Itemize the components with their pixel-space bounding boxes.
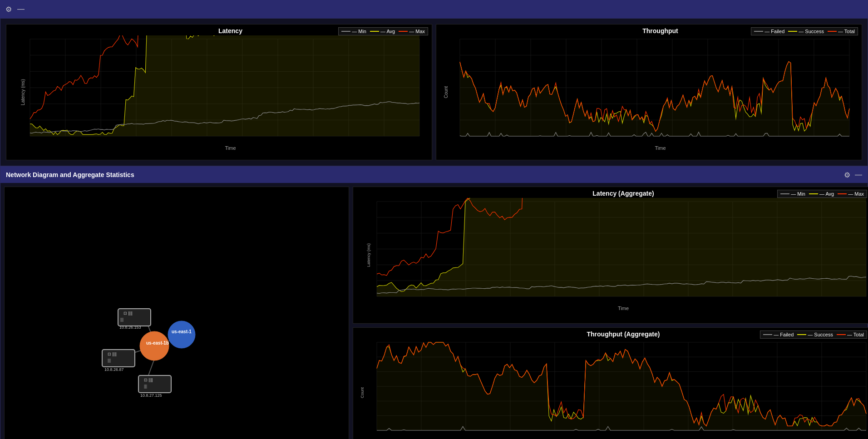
tp-agg-legend-success: — Success (797, 332, 833, 337)
lat-agg-y-label: Latency (ms) (366, 243, 371, 267)
throughput-x-label: Time (459, 144, 862, 152)
lat-agg-legend-max: — Max (838, 191, 864, 197)
tp-agg-y-label: Count (360, 387, 365, 398)
latency-legend-min-label: — Min (352, 29, 366, 34)
svg-text:10.8.26.87: 10.8.26.87 (104, 367, 124, 372)
throughput-y-label: Count (444, 86, 449, 99)
latency-legend-min: — Min (341, 29, 366, 34)
latency-aggregate-container: Latency (Aggregate) — Min — Avg — Max (353, 187, 868, 324)
svg-text:|||: ||| (108, 358, 111, 363)
lat-agg-legend-min-label: — Min (791, 191, 805, 197)
lat-agg-legend-max-label: — Max (848, 191, 864, 197)
svg-text:⊡ ||||: ⊡ |||| (144, 378, 153, 382)
svg-point-18 (168, 321, 195, 348)
top-charts-row: Latency — Min — Avg — Max Latency (ms) T… (0, 19, 868, 166)
network-section-header: Network Diagram and Aggregate Statistics… (0, 167, 868, 183)
throughput-legend-failed-label: — Failed (764, 29, 784, 34)
network-section: Network Diagram and Aggregate Statistics… (0, 166, 868, 439)
minimize-icon[interactable]: — (17, 5, 25, 13)
throughput-aggregate-container: Throughput (Aggregate) — Failed — Succes… (353, 327, 868, 439)
tp-agg-legend-success-label: — Success (808, 332, 833, 337)
throughput-legend-failed: — Failed (754, 29, 784, 34)
svg-text:us-east-1b: us-east-1b (146, 340, 169, 345)
network-section-controls: ⚙ — (844, 171, 862, 179)
throughput-canvas (459, 35, 854, 144)
network-diagram: ⊡ |||| ||| 10.8.26.153 ⊡ |||| ||| 10.8.2… (4, 187, 349, 439)
tp-agg-legend-failed-label: — Failed (774, 332, 794, 337)
svg-text:⊡ ||||: ⊡ |||| (123, 311, 133, 316)
latency-legend-max: — Max (399, 29, 425, 34)
top-charts-section: Latency — Min — Avg — Max Latency (ms) T… (0, 18, 868, 166)
throughput-chart-container: Throughput — Failed — Success — Total Co… (436, 24, 862, 160)
latency-legend-max-label: — Max (409, 29, 425, 34)
throughput-legend-total: — Total (828, 29, 855, 34)
lat-agg-legend-avg-label: — Avg (819, 191, 834, 197)
lat-agg-x-label: Time (376, 305, 868, 312)
latency-agg-legend: — Min — Avg — Max (777, 190, 867, 198)
latency-x-label: Time (29, 144, 432, 152)
throughput-legend-success: — Success (788, 29, 824, 34)
svg-text:⊡ ||||: ⊡ |||| (108, 352, 117, 356)
throughput-legend-total-label: — Total (838, 29, 855, 34)
throughput-agg-canvas (376, 339, 868, 439)
throughput-legend: — Failed — Success — Total (751, 27, 858, 35)
aggregate-charts: Latency (Aggregate) — Min — Avg — Max (353, 187, 868, 439)
svg-text:us-east-1: us-east-1 (172, 329, 192, 334)
throughput-legend-success-label: — Success (799, 29, 824, 34)
network-minimize-icon[interactable]: — (855, 171, 862, 179)
svg-text:10.8.27.125: 10.8.27.125 (140, 393, 162, 398)
svg-point-16 (140, 331, 169, 360)
lat-agg-legend-avg: — Avg (809, 191, 834, 197)
svg-rect-12 (138, 375, 171, 393)
svg-rect-8 (102, 350, 135, 367)
network-section-title: Network Diagram and Aggregate Statistics (6, 171, 134, 178)
throughput-agg-legend: — Failed — Success — Total (760, 330, 867, 339)
lat-agg-legend-min: — Min (780, 191, 805, 197)
svg-text:|||: ||| (144, 384, 147, 389)
network-svg: ⊡ |||| ||| 10.8.26.153 ⊡ |||| ||| 10.8.2… (5, 187, 349, 439)
svg-text:|||: ||| (120, 317, 123, 322)
svg-text:10.8.26.153: 10.8.26.153 (119, 325, 141, 330)
latency-legend: — Min — Avg — Max (338, 27, 428, 35)
latency-y-label: Latency (ms) (20, 79, 25, 105)
gear-icon[interactable]: ⚙ (5, 5, 12, 14)
latency-chart-container: Latency — Min — Avg — Max Latency (ms) T… (6, 24, 432, 160)
network-body: ⊡ |||| ||| 10.8.26.153 ⊡ |||| ||| 10.8.2… (0, 183, 868, 439)
tp-agg-legend-total: — Total (837, 332, 864, 337)
latency-legend-avg-label: — Avg (380, 29, 395, 34)
latency-canvas (29, 35, 424, 144)
network-gear-icon[interactable]: ⚙ (844, 171, 850, 179)
top-toolbar: ⚙ — (0, 0, 868, 18)
latency-agg-canvas (376, 198, 868, 305)
tp-agg-legend-total-label: — Total (847, 332, 864, 337)
latency-legend-avg: — Avg (370, 29, 395, 34)
tp-agg-legend-failed: — Failed (763, 332, 794, 337)
